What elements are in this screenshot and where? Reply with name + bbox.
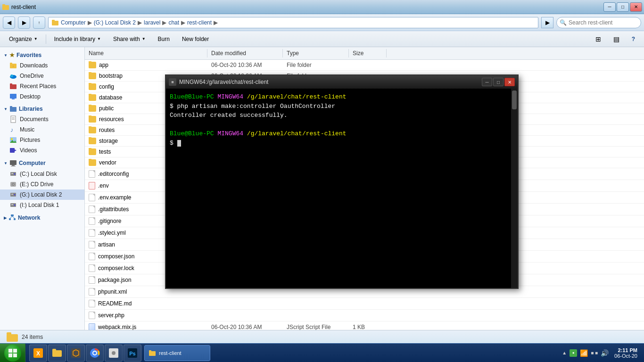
downloads-folder-icon: ↓	[9, 62, 17, 69]
computer-header[interactable]: ▼ Computer	[0, 157, 84, 169]
path-laravel[interactable]: laravel	[144, 19, 160, 26]
terminal-content: Blue@Blue-PC MINGW64 /g/laravel/chat/res…	[166, 89, 511, 288]
include-library-button[interactable]: Include in library ▼	[49, 33, 106, 45]
table-row[interactable]: server.php	[85, 310, 644, 321]
svg-point-59	[112, 351, 116, 355]
folder-icon	[89, 73, 96, 79]
forward-button[interactable]: ▶	[18, 16, 30, 29]
search-input[interactable]	[569, 19, 638, 26]
address-bar[interactable]: Computer ▶ (G:) Local Disk 2 ▶ laravel ▶…	[48, 17, 538, 28]
burn-button[interactable]: Burn	[153, 33, 175, 45]
layout-button[interactable]: ▤	[608, 33, 625, 45]
taskbar-network-icon[interactable]	[105, 345, 123, 362]
taskbar-explorer-item[interactable]: rest-client	[144, 345, 210, 361]
path-rest-client[interactable]: rest-client	[187, 19, 212, 26]
table-row[interactable]: README.md	[85, 298, 644, 310]
sidebar-item-i-drive[interactable]: (I:) Local Disk 1	[0, 200, 84, 210]
path-disk[interactable]: (G:) Local Disk 2	[94, 19, 136, 26]
organize-button[interactable]: Organize ▼	[4, 33, 43, 45]
terminal-line-1: Blue@Blue-PC MINGW64 /g/laravel/chat/res…	[170, 92, 507, 102]
terminal-controls: ─ □ ✕	[482, 78, 515, 86]
start-button[interactable]	[0, 344, 25, 362]
svg-rect-10	[10, 83, 12, 85]
svg-rect-1	[2, 4, 5, 6]
path-computer[interactable]: Computer	[61, 19, 86, 26]
libraries-section: ▼ Libraries Documents	[0, 104, 84, 156]
col-header-name[interactable]: Name	[85, 49, 207, 58]
svg-rect-12	[12, 99, 15, 99]
folder-icon	[89, 105, 96, 112]
sidebar-item-e-drive[interactable]: (E:) CD Drive	[0, 179, 84, 189]
table-row[interactable]: app 06-Oct-20 10:36 AM File folder	[85, 60, 644, 71]
documents-icon	[9, 115, 17, 123]
terminal-line-4	[170, 120, 507, 130]
svg-rect-53	[52, 349, 56, 352]
windows-logo-icon	[8, 348, 18, 358]
share-with-button[interactable]: Share with ▼	[108, 33, 151, 45]
sidebar-item-music[interactable]: ♪ Music	[0, 124, 84, 135]
favorites-section: ▼ ★ Favorites ↓ Downloads	[0, 50, 84, 102]
file-icon	[89, 323, 95, 330]
svg-rect-34	[11, 194, 13, 195]
sidebar-item-onedrive[interactable]: OneDrive	[0, 71, 84, 81]
libraries-header[interactable]: ▼ Libraries	[0, 104, 84, 114]
up-button[interactable]: ↑	[33, 16, 45, 29]
taskbar-sublime-icon[interactable]	[67, 345, 85, 362]
back-button[interactable]: ◀	[3, 16, 15, 29]
terminal-title: ■ MINGW64:/g/laravel/chat/rest-client	[169, 78, 268, 86]
col-header-type[interactable]: Type	[283, 49, 349, 58]
taskbar-photoshop-icon[interactable]: Ps	[124, 345, 141, 362]
minimize-button[interactable]: ─	[603, 2, 616, 12]
network-header[interactable]: ▶ Network	[0, 212, 84, 223]
svg-point-20	[11, 138, 13, 140]
toolbar: Organize ▼ Include in library ▼ Share wi…	[0, 31, 644, 47]
desktop-icon	[9, 93, 17, 100]
sidebar-item-g-drive[interactable]: (G:) Local Disk 2	[0, 189, 84, 200]
taskbar-items: X	[25, 344, 558, 362]
terminal-maximize-button[interactable]: □	[493, 78, 504, 86]
sidebar-item-pictures[interactable]: Pictures	[0, 135, 84, 145]
new-folder-button[interactable]: New folder	[177, 33, 214, 45]
taskbar-folder-icon	[149, 350, 156, 356]
taskbar-explorer-icon[interactable]	[48, 345, 66, 362]
terminal-close-button[interactable]: ✕	[504, 78, 515, 86]
sidebar-item-c-drive[interactable]: (C:) Local Disk	[0, 169, 84, 179]
table-row[interactable]: webpack.mix.js 06-Oct-20 10:36 AM JScrip…	[85, 321, 644, 330]
sidebar-item-videos[interactable]: Videos	[0, 145, 84, 156]
xampp-icon: X	[33, 347, 44, 359]
col-header-date[interactable]: Date modified	[207, 49, 283, 58]
svg-marker-23	[15, 149, 17, 151]
g-drive-icon	[9, 191, 17, 198]
svg-point-8	[10, 74, 13, 77]
maximize-button[interactable]: □	[617, 2, 629, 12]
folder-icon	[89, 116, 96, 123]
file-icon	[89, 264, 95, 272]
svg-rect-14	[10, 106, 12, 108]
close-button[interactable]: ✕	[630, 2, 642, 12]
terminal-scrollbar[interactable]	[511, 89, 518, 288]
tray-icon-2: 📶	[580, 349, 588, 357]
sidebar-item-desktop[interactable]: Desktop	[0, 91, 84, 102]
taskbar-chrome-icon[interactable]	[86, 345, 104, 362]
help-button[interactable]: ?	[627, 33, 640, 45]
c-drive-icon	[9, 170, 17, 178]
svg-point-29	[14, 173, 16, 175]
sidebar-item-recent-places[interactable]: Recent Places	[0, 81, 84, 91]
sidebar-item-documents[interactable]: Documents	[0, 114, 84, 124]
file-icon	[89, 194, 95, 201]
sidebar-item-downloads[interactable]: ↓ Downloads	[0, 60, 84, 71]
file-icon	[89, 300, 95, 307]
go-button[interactable]: ▶	[541, 17, 553, 28]
folder-icon	[89, 94, 96, 101]
path-chat[interactable]: chat	[168, 19, 179, 26]
folder-taskbar-icon	[51, 347, 63, 359]
view-options-button[interactable]: ⊞	[590, 33, 606, 45]
favorites-header[interactable]: ▼ ★ Favorites	[0, 50, 84, 60]
terminal-scroll-thumb[interactable]	[512, 90, 517, 109]
col-header-size[interactable]: Size	[349, 49, 387, 58]
svg-text:♪: ♪	[10, 126, 14, 133]
terminal-minimize-button[interactable]: ─	[482, 78, 492, 86]
tray-hide-button[interactable]: ▲	[562, 350, 567, 355]
taskbar-xampp-icon[interactable]: X	[29, 345, 47, 362]
file-icon	[89, 229, 95, 237]
